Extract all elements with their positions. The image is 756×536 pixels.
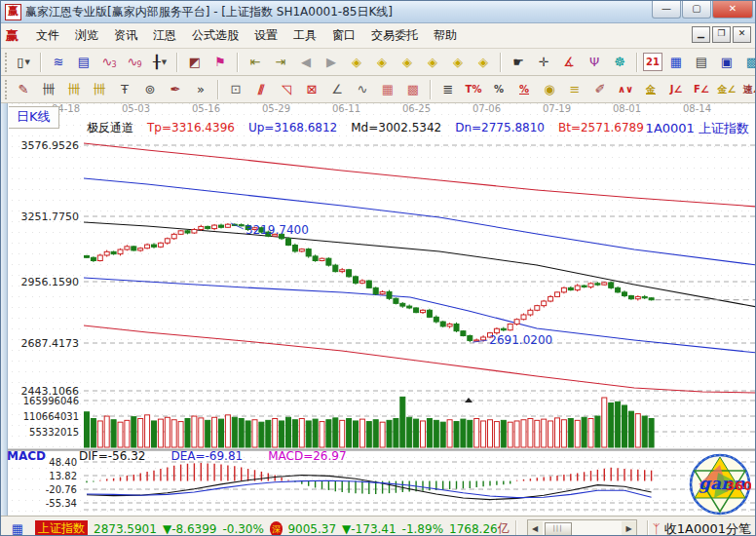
svg-text:2956.1590: 2956.1590 <box>21 276 80 288</box>
fan-box-icon[interactable]: ◹ <box>275 78 298 101</box>
calendar-icon[interactable]: 21 <box>643 53 662 71</box>
sh-change-pct: -0.30% <box>222 522 263 536</box>
date-tick-label: 08-14 <box>683 103 711 114</box>
date-tick-label: 06-25 <box>402 103 431 114</box>
gann-square-icon[interactable]: ⊡ <box>224 78 247 101</box>
angle-tool-icon[interactable]: ∡ <box>557 51 581 74</box>
chart-h-scrollbar[interactable]: ◀ ||| ▶ <box>527 519 638 536</box>
net-share-icon[interactable]: ▩ <box>740 51 755 74</box>
percent-red-icon[interactable]: % <box>512 78 536 101</box>
svg-text:55332015: 55332015 <box>29 427 79 438</box>
info-panel-icon[interactable]: ▤ <box>72 51 95 74</box>
close-button[interactable]: ✕ <box>712 1 753 19</box>
crosshair-tool-icon[interactable]: ✛ <box>532 51 555 74</box>
volume-profile-icon[interactable]: ≣ <box>436 78 460 101</box>
wave-band-icon[interactable]: ∧∨ <box>614 78 637 101</box>
sh-change: ▼-8.6399 <box>163 522 217 536</box>
fence-icon[interactable]: 卌 <box>37 78 60 101</box>
tick-data-label[interactable]: 收1A0001分笔 <box>664 520 751 536</box>
menu-item-工具[interactable]: 工具 <box>285 26 324 44</box>
last-page-icon[interactable]: ⇥ <box>269 51 292 74</box>
price-pen-icon[interactable]: ✐ <box>588 78 612 101</box>
minimize-button[interactable]: — <box>652 1 681 19</box>
date-tick-label: 05-03 <box>122 103 150 114</box>
draw-pen-icon[interactable]: ✎ <box>12 78 35 101</box>
gold-angle-icon[interactable]: 金∠ <box>715 78 738 101</box>
scroll-thumb[interactable]: ||| <box>545 522 572 536</box>
color-flag-icon[interactable]: ⚑ <box>208 51 232 74</box>
calculator-icon[interactable]: ▦ <box>664 51 688 74</box>
fan-lines-icon[interactable]: ∕∕∕ <box>249 78 273 101</box>
mdi-close-button[interactable]: ✕ <box>733 26 751 43</box>
quote-grid-icon[interactable]: ▦ <box>6 517 29 536</box>
scroll-track[interactable]: ||| <box>543 521 623 536</box>
expand-y-icon[interactable]: ◈ <box>446 51 470 74</box>
mdi-minimize-button[interactable]: ▁ <box>692 26 710 43</box>
next-page-icon[interactable]: ▶ <box>320 51 343 74</box>
menu-item-公式选股[interactable]: 公式选股 <box>184 26 246 44</box>
grid-icon[interactable]: ▦ <box>376 78 399 101</box>
j-line-icon[interactable]: J∠ <box>664 78 688 101</box>
gold-fence-icon[interactable]: 卌 <box>62 78 86 101</box>
gann-tool-icon[interactable]: Ψ <box>583 51 606 74</box>
cycle-tool-icon[interactable]: ☸ <box>608 51 631 74</box>
gold-fence2-icon[interactable]: 卌 <box>88 78 111 101</box>
sz-market-icon[interactable]: 深 <box>270 521 284 536</box>
menu-item-浏览[interactable]: 浏览 <box>67 26 106 44</box>
mdi-restore-button[interactable]: ❐ <box>712 26 731 43</box>
percent-t-icon[interactable]: T% <box>462 78 485 101</box>
app-window: 赢 赢家江恩专业版[赢家内部服务平台] - [上证指数 SH1A0001-85日… <box>0 0 756 536</box>
compress-x-icon[interactable]: ◈ <box>421 51 444 74</box>
toolbar-separator <box>636 53 638 72</box>
prev-page-icon[interactable]: ◀ <box>294 51 318 74</box>
spiral-icon[interactable]: ⊚ <box>138 78 162 101</box>
grid2-icon[interactable]: ▩ <box>401 78 425 101</box>
fan-grid-icon[interactable]: ⊠ <box>300 78 323 101</box>
maximize-button[interactable]: ▢ <box>682 1 711 19</box>
candle-style-icon[interactable]: ╂▼ <box>148 51 171 74</box>
zoom-out-x-icon[interactable]: ◈ <box>345 51 368 74</box>
menu-item-窗口[interactable]: 窗口 <box>324 26 363 44</box>
trend-compress-icon[interactable]: ≋ <box>47 51 70 74</box>
toolbar-separator <box>500 53 502 72</box>
marker-pen-icon[interactable]: ✒ <box>164 78 187 101</box>
gold-circle-icon[interactable]: ◉ <box>538 78 561 101</box>
menu-item-交易委托[interactable]: 交易委托 <box>363 26 426 44</box>
formula-pattern-icon[interactable]: ◩ <box>183 51 207 74</box>
notes-icon[interactable]: ▤ <box>690 51 713 74</box>
minute9-chart-icon[interactable]: ∿9 <box>123 51 146 74</box>
toolbar-separator <box>217 80 219 99</box>
scroll-left-icon[interactable]: ◀ <box>528 521 543 536</box>
tab-daily-kline[interactable]: 日K线 <box>9 106 59 129</box>
scroll-right-icon[interactable]: ▶ <box>622 521 636 536</box>
menu-item-帮助[interactable]: 帮助 <box>426 26 465 44</box>
rays-icon[interactable]: ∠ <box>325 78 349 101</box>
menu-item-文件[interactable]: 文件 <box>28 26 67 44</box>
toolbar-grip[interactable] <box>5 53 7 72</box>
expand-x-icon[interactable]: ◈ <box>396 51 419 74</box>
menu-item-江恩[interactable]: 江恩 <box>145 26 184 44</box>
sh-index-badge[interactable]: 上证指数 <box>35 520 88 536</box>
percent-icon[interactable]: % <box>487 78 510 101</box>
k-line-style-icon[interactable]: ▯▼ <box>12 51 35 74</box>
speed-line-icon[interactable]: 速∠ <box>740 78 755 101</box>
save-icon[interactable]: ▣ <box>715 51 738 74</box>
toolbar-grip2[interactable] <box>5 80 7 99</box>
f-line-icon[interactable]: F∠ <box>690 78 713 101</box>
antenna-icon: ᛉ <box>653 521 661 536</box>
wave-icon[interactable]: ∿ <box>351 78 374 101</box>
compress-y-icon[interactable]: ◈ <box>472 51 495 74</box>
first-page-icon[interactable]: ⇤ <box>244 51 267 74</box>
f-fence-icon[interactable]: Ŧ <box>113 78 136 101</box>
status-bar: ▦ 上证指数 2873.5901 ▼-8.6399 -0.30% 深 9005.… <box>1 516 755 536</box>
menu-item-资讯[interactable]: 资讯 <box>106 26 145 44</box>
gold-level-icon[interactable]: ≡ <box>563 78 586 101</box>
chart-area[interactable]: 日K线 04-1805-0305-1605-2906-1106-2507-060… <box>1 103 756 516</box>
zoom-in-x-icon[interactable]: ◈ <box>370 51 394 74</box>
symbol-label: 1A0001 上证指数 <box>646 120 749 137</box>
hand-tool-icon[interactable]: ☛ <box>507 51 530 74</box>
menu-item-设置[interactable]: 设置 <box>246 26 285 44</box>
more-tools-icon[interactable]: » <box>189 78 212 101</box>
gold-underline-icon[interactable]: 金 <box>639 78 662 101</box>
minute3-chart-icon[interactable]: ∿3 <box>97 51 121 74</box>
